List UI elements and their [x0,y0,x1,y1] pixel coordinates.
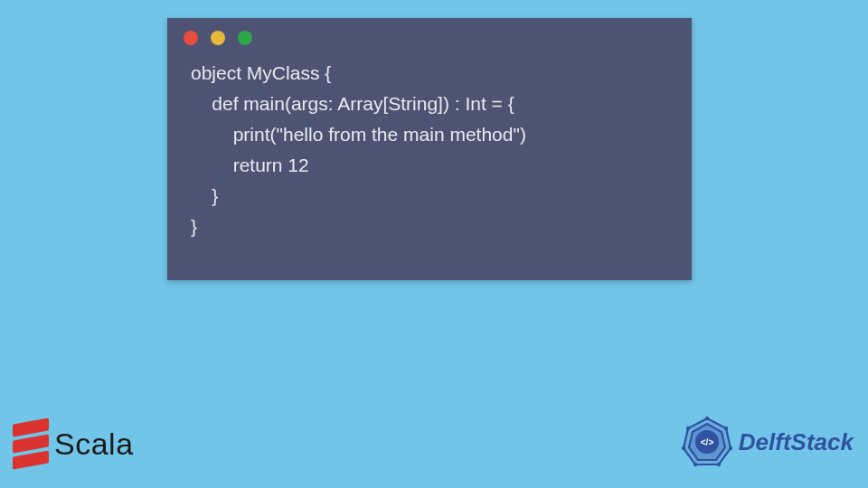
svg-point-9 [682,446,685,450]
svg-text:</>: </> [701,437,714,447]
delftstack-logo: </> DelftStack [681,416,854,468]
window-controls [167,18,692,51]
maximize-dot-icon [238,31,252,45]
code-line: } [191,185,218,206]
scala-logo: Scala [13,418,134,470]
code-window: object MyClass { def main(args: Array[St… [167,18,692,280]
code-line: return 12 [191,155,309,175]
svg-point-4 [705,417,709,420]
close-dot-icon [184,31,198,45]
scala-mark-icon [13,418,49,470]
delftstack-icon: </> [681,416,733,468]
scala-label: Scala [54,427,134,462]
svg-point-7 [717,463,721,466]
svg-point-5 [724,427,728,430]
minimize-dot-icon [211,31,225,45]
svg-point-6 [729,446,732,450]
code-block: object MyClass { def main(args: Array[St… [167,51,692,251]
code-line: print("hello from the main method") [191,124,526,145]
svg-point-10 [686,427,690,430]
delftstack-label: DelftStack [739,428,854,456]
svg-point-8 [693,463,697,466]
code-line: object MyClass { [191,62,331,83]
code-line: } [191,216,197,237]
code-line: def main(args: Array[String]) : Int = { [191,93,514,114]
